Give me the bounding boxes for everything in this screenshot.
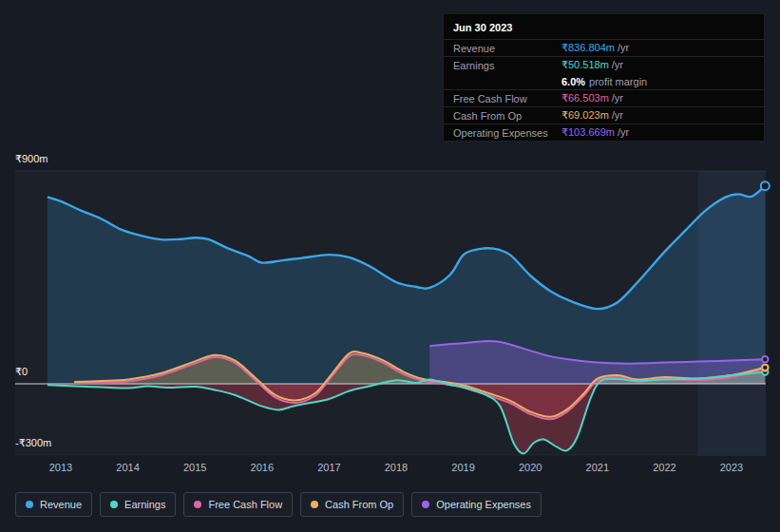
tooltip-label: Cash From Op [453,110,561,122]
free-cash-flow-dot-icon [194,501,201,508]
chart-legend: Revenue Earnings Free Cash Flow Cash Fro… [15,492,542,517]
tooltip-row-earnings: Earnings ₹50.518m/yr [444,56,764,73]
operating-expenses-dot-icon [422,501,429,508]
svg-text:2013: 2013 [49,462,72,473]
tooltip-row-operating-expenses: Operating Expenses ₹103.669m/yr [444,124,764,141]
svg-text:₹0: ₹0 [15,366,28,377]
legend-label: Earnings [124,499,165,510]
legend-item-free-cash-flow[interactable]: Free Cash Flow [183,492,293,517]
legend-item-earnings[interactable]: Earnings [100,492,176,517]
svg-text:2020: 2020 [519,462,542,473]
legend-item-revenue[interactable]: Revenue [15,492,92,517]
tooltip-value: ₹50.518m/yr [561,59,623,71]
legend-item-cash-from-op[interactable]: Cash From Op [300,492,404,517]
svg-text:2017: 2017 [317,462,340,473]
profit-margin-value: 6.0%profit margin [561,76,647,87]
tooltip-row-free-cash-flow: Free Cash Flow ₹66.503m/yr [444,89,764,106]
earnings-revenue-chart-panel: ₹900m₹0-₹300m201320142015201620172018201… [0,0,780,532]
svg-text:2019: 2019 [451,462,474,473]
svg-text:2021: 2021 [586,462,609,473]
legend-label: Operating Expenses [436,499,531,510]
revenue-dot-icon [26,501,33,508]
chart-tooltip: Jun 30 2023 Revenue ₹836.804m/yr Earning… [443,13,765,142]
svg-text:2023: 2023 [720,462,743,473]
legend-item-operating-expenses[interactable]: Operating Expenses [411,492,542,517]
svg-text:2014: 2014 [116,462,139,473]
tooltip-label: Revenue [453,43,561,54]
svg-text:2018: 2018 [385,462,408,473]
svg-text:₹900m: ₹900m [15,153,48,164]
legend-label: Free Cash Flow [208,499,282,510]
legend-label: Revenue [40,499,82,510]
svg-text:2016: 2016 [251,462,274,473]
tooltip-value: ₹69.023m/yr [561,109,623,122]
tooltip-label: Operating Expenses [453,127,561,139]
legend-label: Cash From Op [325,499,393,510]
cash-from-op-dot-icon [311,501,318,508]
tooltip-row-profit-margin: 6.0%profit margin [444,73,764,89]
tooltip-value: ₹66.503m/yr [561,92,623,104]
tooltip-label: Free Cash Flow [453,93,561,104]
tooltip-value: ₹103.669m/yr [561,126,629,139]
tooltip-label: Earnings [453,60,561,71]
tooltip-date: Jun 30 2023 [444,14,764,39]
svg-text:-₹300m: -₹300m [15,437,51,448]
svg-text:2022: 2022 [653,462,675,473]
tooltip-row-revenue: Revenue ₹836.804m/yr [444,39,764,56]
tooltip-row-cash-from-op: Cash From Op ₹69.023m/yr [444,106,764,124]
tooltip-value: ₹836.804m/yr [561,42,629,54]
svg-text:2015: 2015 [183,462,206,473]
earnings-dot-icon [110,501,118,508]
